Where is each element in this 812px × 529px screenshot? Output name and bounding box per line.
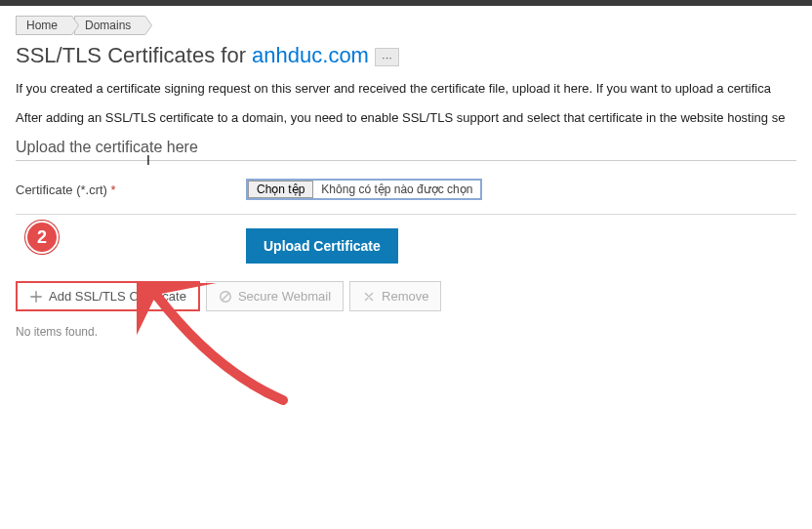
more-button[interactable]: ···: [375, 48, 399, 66]
remove-button[interactable]: Remove: [349, 281, 441, 311]
certificate-label-text: Certificate (*.crt): [16, 183, 107, 197]
ban-icon: [219, 290, 232, 304]
svg-line-1: [222, 293, 228, 300]
page-title-prefix: SSL/TLS Certificates for: [16, 43, 252, 67]
file-none-selected: Không có tệp nào được chọn: [313, 183, 480, 196]
page-title-domain: anhduc.com: [252, 43, 369, 67]
empty-message: No items found.: [16, 325, 796, 339]
x-icon: [362, 290, 376, 304]
required-mark: *: [111, 183, 116, 197]
choose-file-button[interactable]: Chọn tệp: [248, 181, 313, 198]
upload-certificate-button[interactable]: Upload Certificate: [246, 228, 398, 264]
certificate-label: Certificate (*.crt) *: [16, 183, 246, 197]
certificate-field-row: Certificate (*.crt) * Chọn tệp Không có …: [16, 173, 796, 215]
section-title: Upload the certificate here I: [16, 139, 796, 161]
intro-paragraph-1: If you created a certificate signing req…: [16, 80, 796, 98]
secure-webmail-button[interactable]: Secure Webmail: [206, 281, 344, 311]
toolbar: Add SSL/TLS Certificate Secure Webmail R…: [16, 281, 796, 311]
intro-text: If you created a certificate signing req…: [16, 80, 796, 127]
remove-label: Remove: [382, 289, 428, 304]
intro-paragraph-2: After adding an SSL/TLS certificate to a…: [16, 109, 796, 127]
breadcrumb-domains[interactable]: Domains: [74, 16, 145, 35]
step-badge: 2: [25, 221, 59, 254]
section-title-text: Upload the certificate here: [16, 139, 198, 155]
breadcrumb: Home Domains: [16, 16, 796, 35]
add-ssl-label: Add SSL/TLS Certificate: [49, 289, 186, 304]
page-title: SSL/TLS Certificates for anhduc.com ···: [16, 43, 796, 68]
upload-row: 2 Upload Certificate: [16, 215, 796, 281]
text-cursor-icon: I: [146, 152, 150, 168]
file-input[interactable]: Chọn tệp Không có tệp nào được chọn: [246, 179, 482, 200]
add-ssl-certificate-button[interactable]: Add SSL/TLS Certificate: [16, 281, 200, 311]
secure-webmail-label: Secure Webmail: [238, 289, 331, 304]
plus-icon: [29, 290, 43, 304]
breadcrumb-home[interactable]: Home: [16, 16, 72, 35]
